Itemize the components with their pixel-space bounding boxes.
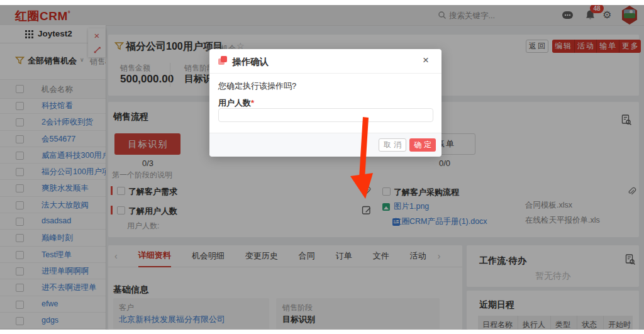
dialog-question: 您确定执行该操作吗? — [218, 81, 296, 92]
user-count-input[interactable] — [218, 108, 433, 122]
dialog-title: 操作确认 — [232, 56, 269, 68]
input-label: 用户人数* — [218, 97, 254, 109]
required-mark: * — [251, 98, 254, 108]
operation-confirm-dialog: 操作确认 × 您确定执行该操作吗? 用户人数* 取消 确定 — [209, 49, 441, 156]
confirm-dialog-icon — [218, 56, 228, 65]
cancel-button[interactable]: 取消 — [379, 138, 406, 152]
app-window: 红圈CRM° 48 ⚙ Joytest2 全部销售机会 ∨ 销售机 机会名称 科… — [0, 5, 644, 330]
dialog-footer: 取消 确定 — [209, 133, 441, 157]
confirm-button[interactable]: 确定 — [409, 138, 436, 152]
dialog-header: 操作确认 × — [209, 49, 441, 74]
close-icon[interactable]: × — [423, 54, 429, 67]
